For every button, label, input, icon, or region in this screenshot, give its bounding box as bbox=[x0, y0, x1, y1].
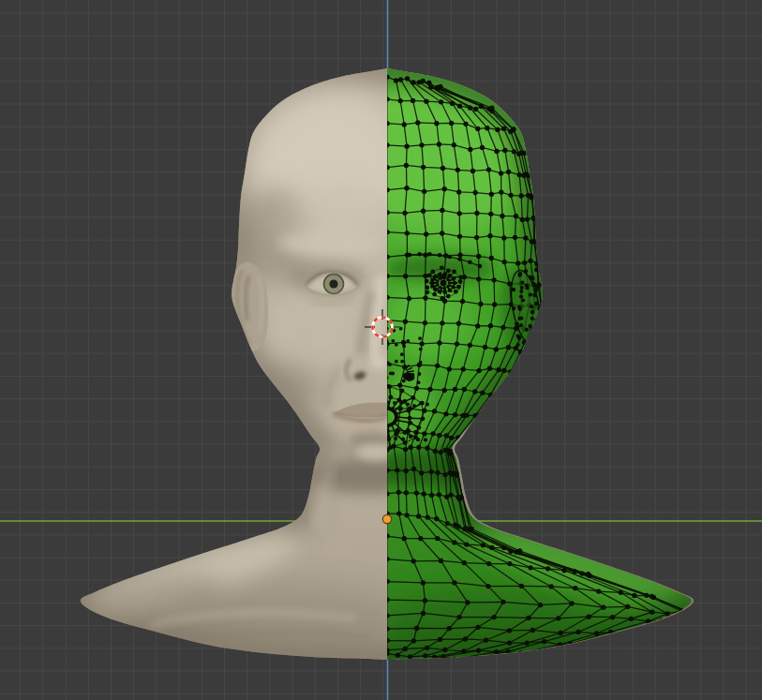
blender-3d-viewport[interactable] bbox=[0, 0, 762, 700]
object-origin-point[interactable] bbox=[382, 514, 391, 523]
pupil-left bbox=[329, 279, 337, 288]
viewport-canvas[interactable] bbox=[0, 0, 762, 700]
